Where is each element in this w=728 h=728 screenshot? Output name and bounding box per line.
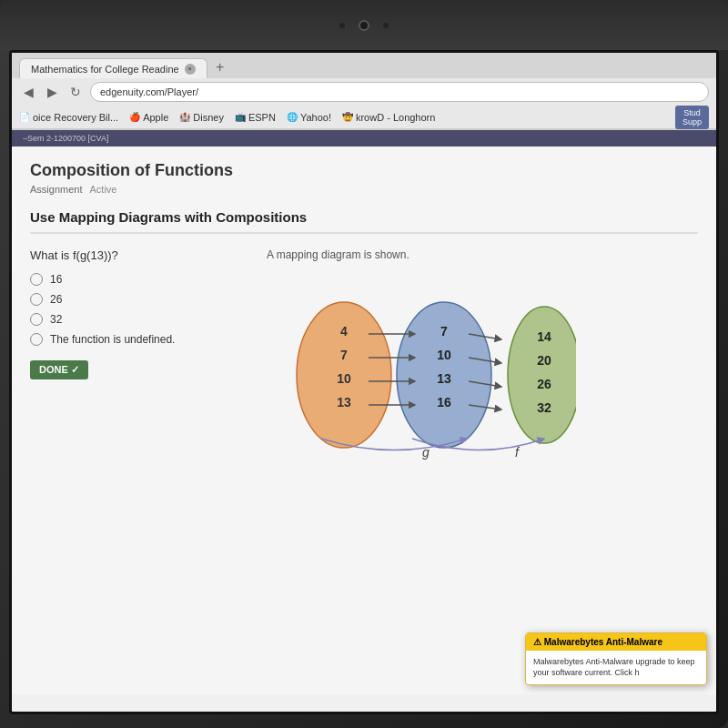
svg-text:10: 10 xyxy=(437,348,451,362)
option-undefined[interactable]: The function is undefined. xyxy=(30,333,230,346)
bookmark-disney[interactable]: 🏰 Disney xyxy=(179,112,224,123)
bookmark-yahoo-label: Yahoo! xyxy=(300,112,331,123)
malware-header-text: ⚠ Malwarebytes Anti-Malware xyxy=(533,637,662,647)
lesson-title: Composition of Functions xyxy=(30,161,698,180)
diagram-label: A mapping diagram is shown. xyxy=(267,248,698,261)
bookmark-apple[interactable]: 🍎 Apple xyxy=(129,112,168,123)
bookmark-espn-label: ESPN xyxy=(248,112,276,123)
bookmark-krowd-icon: 🤠 xyxy=(342,112,353,122)
svg-point-2 xyxy=(508,307,576,443)
active-tab[interactable]: Mathematics for College Readine × xyxy=(19,58,207,78)
option-undefined-label: The function is undefined. xyxy=(50,333,175,346)
svg-text:13: 13 xyxy=(437,371,451,386)
bookmark-krowd[interactable]: 🤠 krowD - Longhorn xyxy=(342,112,435,123)
address-bar-row: ◀ ▶ ↻ edgenuity.com/Player/ xyxy=(12,78,716,106)
bookmark-recovery-label: oice Recovery Bil... xyxy=(33,112,118,123)
svg-text:16: 16 xyxy=(437,395,451,410)
malware-header: ⚠ Malwarebytes Anti-Malware xyxy=(526,633,706,651)
option-32[interactable]: 32 xyxy=(30,313,230,326)
svg-text:32: 32 xyxy=(537,400,551,415)
camera-bar xyxy=(0,0,728,50)
question-container: What is f(g(13))? 16 26 xyxy=(30,248,698,470)
section-title: Use Mapping Diagrams with Compositions xyxy=(30,209,698,234)
bookmark-apple-icon: 🍎 xyxy=(129,112,140,122)
bookmark-apple-label: Apple xyxy=(143,112,168,123)
svg-text:20: 20 xyxy=(537,353,551,368)
malware-body-text: Malwarebytes Anti-Malware upgrade to kee… xyxy=(533,657,695,678)
address-input[interactable]: edgenuity.com/Player/ xyxy=(90,82,709,102)
back-button[interactable]: ◀ xyxy=(19,83,37,101)
option-26[interactable]: 26 xyxy=(30,293,230,306)
indicator-dot-right xyxy=(383,23,389,28)
bookmark-disney-icon: 🏰 xyxy=(179,112,190,122)
tab-close-button[interactable]: × xyxy=(185,64,196,75)
bookmark-yahoo-icon: 🌐 xyxy=(287,112,298,122)
radio-undefined[interactable] xyxy=(30,333,43,346)
diagram-svg-container: 4 7 10 13 7 10 13 16 14 xyxy=(267,270,576,470)
svg-text:7: 7 xyxy=(440,324,448,339)
done-button[interactable]: DONE ✓ xyxy=(30,360,88,379)
radio-26[interactable] xyxy=(30,293,43,306)
indicator-dot-left xyxy=(339,23,345,28)
forward-button[interactable]: ▶ xyxy=(43,83,61,101)
edu-header: –Sem 2-1200700 [CVA] xyxy=(12,130,716,147)
bookmark-espn[interactable]: 📺 ESPN xyxy=(235,112,276,123)
option-16[interactable]: 16 xyxy=(30,273,230,286)
option-26-label: 26 xyxy=(50,293,62,306)
radio-16[interactable] xyxy=(30,273,43,286)
assignment-status: Assignment Active xyxy=(30,184,698,195)
bookmark-yahoo[interactable]: 🌐 Yahoo! xyxy=(287,112,331,123)
bookmark-disney-label: Disney xyxy=(193,112,224,123)
bookmarks-bar: 📄 oice Recovery Bil... 🍎 Apple 🏰 Disney … xyxy=(12,106,716,129)
radio-32[interactable] xyxy=(30,313,43,326)
laptop-bezel: Mathematics for College Readine × + ◀ ▶ … xyxy=(0,0,728,728)
main-area: Composition of Functions Assignment Acti… xyxy=(12,147,716,694)
status-label: Active xyxy=(89,184,116,195)
done-label: DONE ✓ xyxy=(39,364,79,376)
browser-chrome: Mathematics for College Readine × + ◀ ▶ … xyxy=(12,53,716,130)
bookmark-krowd-label: krowD - Longhorn xyxy=(356,112,435,123)
webcam xyxy=(359,20,369,31)
question-left: What is f(g(13))? 16 26 xyxy=(30,248,230,379)
svg-text:7: 7 xyxy=(340,348,348,362)
mapping-diagram-svg: 4 7 10 13 7 10 13 16 14 xyxy=(267,270,576,470)
new-tab-button[interactable]: + xyxy=(211,58,229,76)
study-support-button[interactable]: StudSupp xyxy=(675,106,709,129)
page-content: –Sem 2-1200700 [CVA] Composition of Func… xyxy=(12,130,716,694)
option-16-label: 16 xyxy=(50,273,62,286)
bookmark-recovery[interactable]: 📄 oice Recovery Bil... xyxy=(19,112,118,123)
malware-body: Malwarebytes Anti-Malware upgrade to kee… xyxy=(526,651,706,684)
option-32-label: 32 xyxy=(50,313,62,326)
tab-bar: Mathematics for College Readine × + xyxy=(12,53,716,78)
malwarebytes-popup[interactable]: ⚠ Malwarebytes Anti-Malware Malwarebytes… xyxy=(525,632,707,685)
tab-title: Mathematics for College Readine xyxy=(31,64,179,75)
refresh-button[interactable]: ↻ xyxy=(66,83,85,101)
svg-text:13: 13 xyxy=(337,395,351,410)
question-text: What is f(g(13))? xyxy=(30,248,230,262)
bookmark-espn-icon: 📺 xyxy=(235,112,246,122)
svg-text:26: 26 xyxy=(537,377,551,391)
svg-text:f: f xyxy=(515,445,521,460)
svg-text:4: 4 xyxy=(340,324,348,339)
svg-text:14: 14 xyxy=(537,329,551,344)
address-text: edgenuity.com/Player/ xyxy=(100,86,198,97)
bookmark-recovery-icon: 📄 xyxy=(19,112,30,122)
svg-text:10: 10 xyxy=(337,371,351,386)
diagram-area: A mapping diagram is shown. 4 xyxy=(267,248,698,470)
screen: Mathematics for College Readine × + ◀ ▶ … xyxy=(9,50,719,714)
answer-options: 16 26 32 Th xyxy=(30,273,230,346)
course-label: –Sem 2-1200700 [CVA] xyxy=(23,134,108,143)
assignment-label: Assignment xyxy=(30,184,82,195)
